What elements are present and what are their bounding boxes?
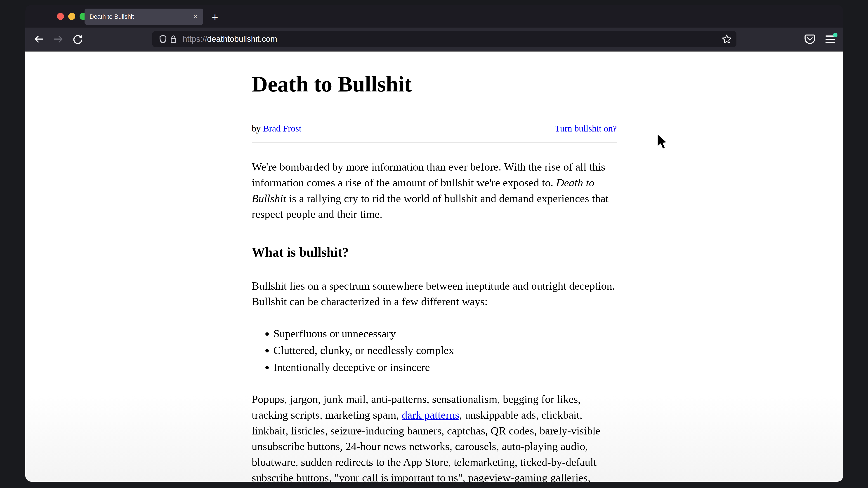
- active-tab[interactable]: Death to Bullshit ✕: [85, 8, 203, 25]
- forward-button[interactable]: [52, 32, 65, 46]
- browser-window: Death to Bullshit ✕ + ∞: [25, 5, 843, 482]
- byline-row: by Brad Frost Turn bullshit on?: [252, 122, 617, 135]
- forward-arrow-icon: [53, 33, 64, 45]
- intro-paragraph: We're bombarded by more information than…: [252, 159, 617, 222]
- dark-patterns-link[interactable]: dark patterns: [402, 409, 459, 421]
- bookmark-star-icon[interactable]: [721, 34, 732, 44]
- page-viewport: Death to Bullshit by Brad Frost Turn bul…: [25, 52, 843, 482]
- url-text: https://deathtobullshit.com: [183, 34, 721, 44]
- tab-bar: Death to Bullshit ✕ + ∞: [25, 5, 843, 28]
- author-link[interactable]: Brad Frost: [263, 123, 302, 133]
- minimize-window-button[interactable]: [68, 13, 75, 20]
- menu-button[interactable]: [824, 32, 837, 46]
- back-arrow-icon: [33, 33, 45, 45]
- navigation-toolbar: https://deathtobullshit.com: [25, 28, 843, 52]
- intro-text: We're bombarded by more information than…: [252, 161, 605, 189]
- bullshit-characteristics-list: Superfluous or unnecessary Cluttered, cl…: [252, 326, 617, 375]
- menu-bar-line: [826, 42, 835, 43]
- page-title: Death to Bullshit: [252, 71, 617, 97]
- close-window-button[interactable]: [57, 13, 64, 20]
- pocket-icon: [804, 33, 816, 45]
- window-controls: [57, 13, 87, 20]
- examples-paragraph: Popups, jargon, junk mail, anti-patterns…: [252, 391, 617, 482]
- shield-icon[interactable]: [158, 34, 168, 44]
- url-host: deathtobullshit.com: [207, 34, 277, 43]
- mouse-cursor: [656, 133, 670, 152]
- article: Death to Bullshit by Brad Frost Turn bul…: [252, 52, 617, 482]
- divider: [252, 142, 617, 143]
- reload-icon: [72, 33, 84, 45]
- byline: by Brad Frost: [252, 122, 302, 135]
- tab-close-icon[interactable]: ✕: [189, 14, 198, 20]
- back-button[interactable]: [32, 32, 46, 46]
- update-badge-dot: [833, 33, 837, 37]
- tab-title: Death to Bullshit: [90, 13, 189, 20]
- list-item: Cluttered, clunky, or needlessly complex: [274, 343, 617, 358]
- list-item: Superfluous or unnecessary: [274, 326, 617, 341]
- url-scheme: https://: [183, 34, 207, 43]
- menu-bar-line: [826, 39, 835, 40]
- section-heading: What is bullshit?: [252, 243, 617, 262]
- turn-bullshit-on-link[interactable]: Turn bullshit on?: [555, 122, 617, 135]
- lock-icon[interactable]: [168, 34, 179, 44]
- reload-button[interactable]: [71, 32, 85, 46]
- list-item: Intentionally deceptive or insincere: [274, 359, 617, 375]
- pocket-button[interactable]: [803, 32, 817, 46]
- address-bar[interactable]: https://deathtobullshit.com: [152, 31, 737, 47]
- byline-prefix: by: [252, 123, 263, 133]
- intro-text-end: is a rallying cry to rid the world of bu…: [252, 192, 609, 221]
- toolbar-right-icons: [803, 32, 837, 46]
- new-tab-button[interactable]: +: [208, 10, 222, 24]
- spectrum-paragraph: Bullshit lies on a spectrum somewhere be…: [252, 278, 617, 310]
